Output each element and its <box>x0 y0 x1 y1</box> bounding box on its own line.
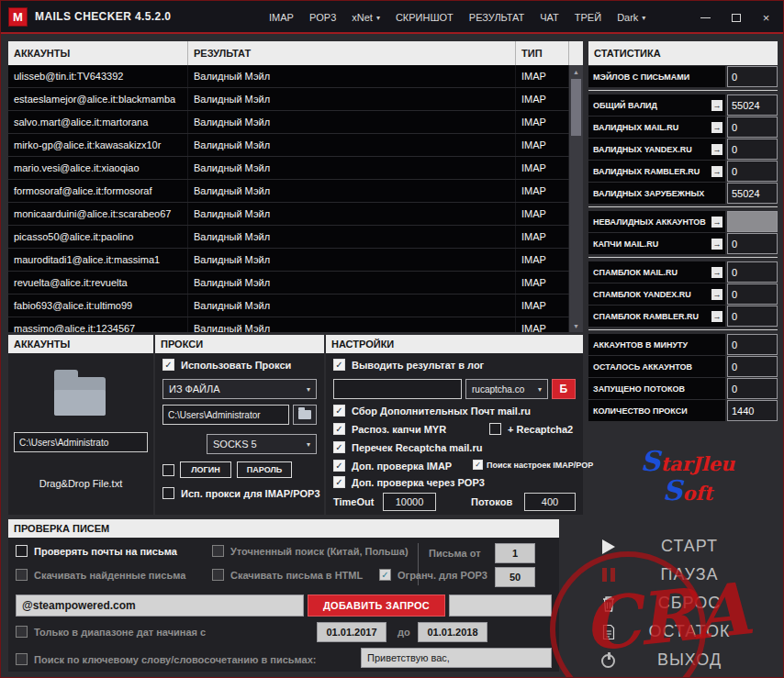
date-to-label: до <box>398 627 410 638</box>
recheck-recaptcha-checkbox[interactable]: ✓ <box>333 441 345 453</box>
maximize-button[interactable] <box>721 1 751 34</box>
folder-icon[interactable] <box>54 377 106 416</box>
table-row[interactable]: revuelta@alice.it:revueltaВалидный МэйлI… <box>8 272 583 295</box>
keyword-input[interactable] <box>361 648 552 668</box>
export-icon[interactable]: → <box>711 289 722 300</box>
keyword-search-checkbox[interactable] <box>16 653 28 665</box>
proxy-for-imap-checkbox[interactable] <box>162 487 174 499</box>
date-to-input[interactable]: 01.01.2018 <box>418 622 487 642</box>
menu-imap[interactable]: IMAP <box>269 12 294 23</box>
proxy-source-select[interactable]: ИЗ ФАЙЛА ▾ <box>162 379 317 399</box>
add-query-button[interactable]: ДОБАВИТЬ ЗАПРОС <box>308 595 445 617</box>
captcha-key-input[interactable] <box>333 379 462 399</box>
cell-account: mario.vesi@alice.it:xiaoqiao <box>8 157 188 179</box>
column-header-result[interactable]: РЕЗУЛЬТАТ <box>188 41 516 65</box>
export-icon[interactable]: → <box>711 217 722 228</box>
table-row[interactable]: mario.vesi@alice.it:xiaoqiaoВалидный Мэй… <box>8 157 583 180</box>
start-button[interactable]: СТАРТ <box>588 533 778 560</box>
cell-result: Валидный Мэйл <box>188 88 516 110</box>
imap-settings-search-checkbox[interactable]: ✓ <box>473 460 483 470</box>
proxy-type-select[interactable]: SOCKS 5 ▾ <box>207 434 317 454</box>
scroll-down-icon[interactable]: ▼ <box>569 319 583 332</box>
table-row[interactable]: monicaarduini@alice.it:scarabeo67Валидны… <box>8 203 583 226</box>
pause-button[interactable]: ПАУЗА <box>588 561 778 588</box>
table-row[interactable]: formosoraf@alice.it:formosorafВалидный М… <box>8 180 583 203</box>
table-row[interactable]: fabio693@alice.it:ultimo99Валидный МэйлI… <box>8 295 583 317</box>
proxy-login-field[interactable]: ЛОГИН <box>180 461 231 478</box>
table-row[interactable]: massimo@alice.it:1234567Валидный МэйлIMA… <box>8 317 583 332</box>
table-row[interactable]: picasso50@alice.it:paolinoВалидный МэйлI… <box>8 226 583 249</box>
browse-folder-button[interactable] <box>293 405 317 425</box>
download-html-checkbox[interactable] <box>212 569 224 581</box>
recaptcha2-checkbox[interactable] <box>489 423 501 435</box>
proxy-path-input[interactable] <box>162 405 289 425</box>
pop3-extra-check-checkbox[interactable]: ✓ <box>333 476 345 488</box>
download-found-checkbox[interactable] <box>16 569 28 581</box>
menu-screenshot[interactable]: СКРИНШОТ <box>396 12 454 23</box>
table-row[interactable]: estaeslamejor@alice.it:blackmambaВалидны… <box>8 88 583 111</box>
use-proxy-checkbox[interactable]: ✓ <box>162 359 174 371</box>
export-icon[interactable]: → <box>711 100 722 111</box>
balance-button[interactable]: Б <box>552 379 576 399</box>
export-icon[interactable]: → <box>711 311 722 322</box>
minimize-button[interactable] <box>690 1 721 34</box>
check-icon: ✓ <box>475 461 481 469</box>
stat-row: СПАМБЛОК MAIL.RU→0 <box>588 261 778 283</box>
query-input[interactable] <box>16 595 304 617</box>
menu-tray[interactable]: ТРЕЙ <box>575 12 601 23</box>
column-header-accounts[interactable]: АККАУНТЫ <box>8 41 188 65</box>
export-icon[interactable]: → <box>711 239 722 250</box>
threads-input[interactable] <box>524 493 576 511</box>
menu-result[interactable]: РЕЗУЛЬТАТ <box>469 12 524 23</box>
stat-row: СПАМБЛОК RAMBLER.RU→0 <box>588 306 778 327</box>
export-icon[interactable]: → <box>711 267 722 278</box>
log-output-checkbox[interactable]: ✓ <box>333 359 345 371</box>
accounts-path-input[interactable] <box>14 432 148 452</box>
date-range-checkbox[interactable] <box>16 626 28 638</box>
log-output-label: Выводить результат в лог <box>352 360 484 371</box>
proxy-auth-checkbox[interactable] <box>162 464 174 476</box>
table-row[interactable]: mauroditadi1@alice.it:massima1Валидный М… <box>8 249 583 272</box>
menu-pop3[interactable]: POP3 <box>309 12 336 23</box>
stat-label: ОБЩИЙ ВАЛИД <box>593 101 657 110</box>
check-mails-checkbox[interactable] <box>16 545 28 557</box>
timeout-input[interactable] <box>383 493 436 511</box>
check-mails-label: Проверять почты на письма <box>34 546 177 557</box>
scroll-up-icon[interactable]: ▲ <box>569 65 583 78</box>
menu-chat[interactable]: ЧАТ <box>540 12 559 23</box>
theme-select[interactable]: Dark ▾ <box>617 12 645 23</box>
column-header-type[interactable]: ТИП <box>516 41 569 65</box>
scrollbar-thumb[interactable] <box>571 79 581 136</box>
captcha-service-value: rucaptcha.co <box>472 384 524 395</box>
export-icon[interactable]: → <box>711 122 722 133</box>
refined-search-checkbox[interactable] <box>212 545 224 557</box>
export-icon[interactable]: → <box>711 144 722 155</box>
extra-query-input[interactable] <box>449 595 552 617</box>
export-icon[interactable]: → <box>711 166 722 177</box>
rest-button[interactable]: ОСТАТОК <box>588 618 778 645</box>
stat-label: ЗАПУЩЕНО ПОТОКОВ <box>593 384 685 394</box>
reset-label: СБРОС <box>629 594 778 613</box>
captcha-service-select[interactable]: rucaptcha.co ▾ <box>465 379 548 399</box>
proxy-password-field[interactable]: ПАРОЛЬ <box>237 461 292 478</box>
menu-xnet[interactable]: xNet ▾ <box>352 12 380 23</box>
table-scrollbar[interactable]: ▲ ▼ <box>569 65 583 332</box>
table-row[interactable]: salvo.mart@alice.it:martoranaВалидный Мэ… <box>8 111 583 134</box>
collect-extra-mail-checkbox[interactable]: ✓ <box>333 405 345 417</box>
table-row[interactable]: mirko-gp@alice.it:kawasakizx10rВалидный … <box>8 134 583 157</box>
document-icon <box>588 624 629 640</box>
table-row[interactable]: ulisseb@tin.it:TV643392Валидный МэйлIMAP <box>8 65 583 88</box>
stat-value: 55024 <box>727 94 778 116</box>
stat-value <box>727 211 778 232</box>
letters-to-value[interactable]: 50 <box>495 567 535 587</box>
date-from-input[interactable]: 01.01.2017 <box>317 622 386 642</box>
reset-button[interactable]: СБРОС <box>588 590 778 617</box>
exit-button[interactable]: ВЫХОД <box>588 647 778 673</box>
recognize-captcha-checkbox[interactable]: ✓ <box>333 423 345 435</box>
close-button[interactable]: × <box>751 1 781 34</box>
pop3-limit-checkbox[interactable]: ✓ <box>379 569 391 581</box>
letters-from-value[interactable]: 1 <box>495 543 535 563</box>
imap-extra-check-checkbox[interactable]: ✓ <box>333 460 345 472</box>
cell-account: fabio693@alice.it:ultimo99 <box>8 295 188 317</box>
cell-type: IMAP <box>516 226 569 248</box>
